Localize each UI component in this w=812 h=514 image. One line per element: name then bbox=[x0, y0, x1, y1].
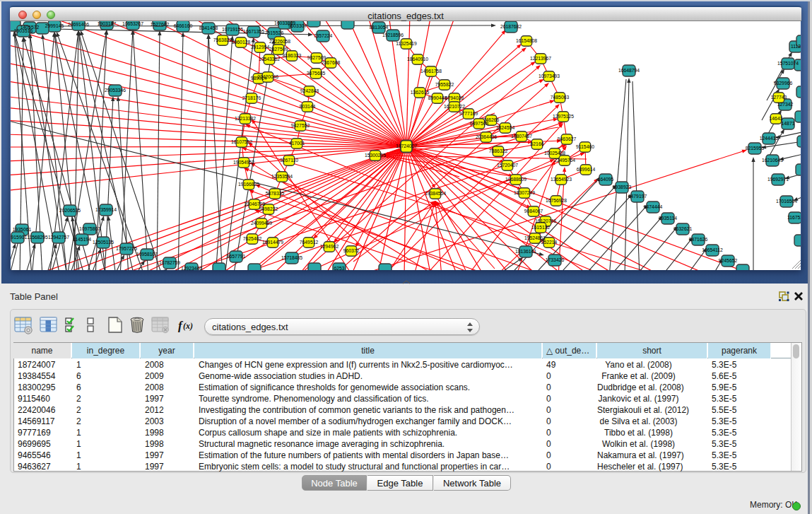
svg-text:10653267: 10653267 bbox=[122, 21, 143, 26]
svg-text:960372: 960372 bbox=[343, 248, 360, 253]
svg-text:6253: 6253 bbox=[334, 266, 344, 270]
svg-text:29053346: 29053346 bbox=[105, 88, 126, 93]
svg-text:16782759: 16782759 bbox=[159, 260, 180, 265]
svg-text:9245652: 9245652 bbox=[719, 258, 738, 263]
svg-text:1935061: 1935061 bbox=[13, 227, 32, 232]
svg-text:9427552: 9427552 bbox=[291, 123, 310, 128]
svg-text:18724007: 18724007 bbox=[396, 144, 417, 148]
svg-text:1527602: 1527602 bbox=[151, 22, 170, 27]
svg-text:3824554: 3824554 bbox=[496, 125, 515, 130]
svg-text:10046798: 10046798 bbox=[244, 201, 265, 206]
svg-text:20364436: 20364436 bbox=[476, 134, 497, 139]
svg-text:2718176: 2718176 bbox=[242, 95, 261, 100]
svg-text:9463627: 9463627 bbox=[558, 136, 577, 141]
svg-text:7485063: 7485063 bbox=[551, 95, 570, 100]
svg-text:1145194: 1145194 bbox=[73, 237, 91, 242]
svg-text:2367608: 2367608 bbox=[322, 60, 341, 65]
svg-text:6466160: 6466160 bbox=[174, 23, 193, 28]
svg-text:2827509: 2827509 bbox=[269, 47, 288, 52]
svg-text:12213967: 12213967 bbox=[530, 56, 551, 61]
svg-text:3912954: 3912954 bbox=[251, 45, 270, 49]
svg-text:16120746: 16120746 bbox=[535, 218, 556, 223]
svg-text:252214: 252214 bbox=[541, 240, 558, 245]
svg-text:7625402: 7625402 bbox=[243, 236, 262, 241]
svg-text:8471626: 8471626 bbox=[689, 237, 708, 242]
svg-text:24099489: 24099489 bbox=[251, 221, 272, 226]
svg-text:1615132: 1615132 bbox=[531, 225, 551, 230]
svg-text:8341458: 8341458 bbox=[199, 25, 218, 30]
svg-text:16671355: 16671355 bbox=[243, 29, 264, 34]
svg-text:17957225: 17957225 bbox=[116, 246, 137, 251]
svg-text:9115460: 9115460 bbox=[576, 144, 594, 149]
svg-text:9474444: 9474444 bbox=[644, 204, 663, 209]
svg-text:10973493: 10973493 bbox=[539, 74, 560, 78]
svg-text:1112: 1112 bbox=[791, 44, 801, 49]
svg-text:1733426: 1733426 bbox=[546, 257, 565, 262]
svg-text:1244415: 1244415 bbox=[760, 136, 779, 141]
svg-text:127743: 127743 bbox=[771, 95, 787, 100]
svg-text:2999145: 2999145 bbox=[45, 23, 64, 28]
svg-text:17016504: 17016504 bbox=[776, 199, 797, 204]
svg-text:14643: 14643 bbox=[770, 116, 783, 121]
svg-text:12975125: 12975125 bbox=[553, 114, 574, 119]
svg-text:417001: 417001 bbox=[289, 141, 305, 146]
svg-text:19692971: 19692971 bbox=[767, 177, 789, 182]
svg-text:16154808: 16154808 bbox=[516, 38, 537, 43]
svg-text:9498222: 9498222 bbox=[259, 206, 278, 211]
svg-text:9777169: 9777169 bbox=[459, 111, 478, 116]
svg-text:8960128: 8960128 bbox=[232, 40, 251, 45]
svg-text:5938923: 5938923 bbox=[613, 185, 632, 189]
svg-text:22420046: 22420046 bbox=[257, 74, 278, 79]
svg-text:18136141: 18136141 bbox=[515, 249, 536, 254]
svg-text:8813054: 8813054 bbox=[370, 25, 389, 30]
svg-text:15718485: 15718485 bbox=[281, 255, 302, 260]
svg-text:10958107: 10958107 bbox=[136, 252, 158, 257]
svg-text:10654112: 10654112 bbox=[702, 247, 723, 252]
svg-text:17359914: 17359914 bbox=[95, 207, 117, 212]
svg-text:23495764: 23495764 bbox=[554, 158, 575, 163]
svg-text:7563822: 7563822 bbox=[213, 37, 233, 42]
svg-text:10543362: 10543362 bbox=[259, 57, 280, 62]
svg-text:12942757: 12942757 bbox=[48, 235, 69, 240]
svg-text:9327509: 9327509 bbox=[307, 55, 326, 60]
svg-text:19166825: 19166825 bbox=[238, 182, 259, 187]
svg-text:15300295: 15300295 bbox=[365, 153, 386, 158]
svg-text:6899614: 6899614 bbox=[577, 167, 596, 172]
svg-text:10975867: 10975867 bbox=[79, 226, 100, 231]
svg-text:14871: 14871 bbox=[782, 121, 795, 126]
svg-text:62166: 62166 bbox=[531, 141, 544, 146]
svg-text:16914479: 16914479 bbox=[262, 240, 283, 245]
svg-text:18307249: 18307249 bbox=[514, 190, 535, 195]
svg-text:10719155: 10719155 bbox=[222, 27, 243, 32]
svg-text:7632621: 7632621 bbox=[673, 226, 693, 231]
svg-text:7649512: 7649512 bbox=[300, 240, 319, 245]
svg-text:1362615: 1362615 bbox=[411, 90, 430, 95]
svg-text:1903187: 1903187 bbox=[98, 21, 117, 26]
svg-text:3267110: 3267110 bbox=[280, 158, 298, 163]
svg-text:7886322: 7886322 bbox=[489, 148, 508, 153]
svg-text:12213382: 12213382 bbox=[235, 116, 256, 121]
svg-text:16210722: 16210722 bbox=[444, 104, 465, 109]
svg-text:11568295: 11568295 bbox=[27, 235, 48, 240]
svg-text:164095: 164095 bbox=[598, 177, 614, 182]
svg-text:14961758: 14961758 bbox=[420, 69, 442, 74]
svg-text:20691406: 20691406 bbox=[68, 22, 89, 27]
svg-text:116753: 116753 bbox=[787, 215, 801, 220]
svg-text:10807487: 10807487 bbox=[511, 134, 532, 139]
svg-text:19218596: 19218596 bbox=[382, 33, 404, 37]
svg-text:1294962: 1294962 bbox=[320, 244, 339, 249]
svg-text:26187682: 26187682 bbox=[500, 24, 522, 29]
svg-text:6794028: 6794028 bbox=[445, 95, 464, 100]
svg-text:20206535: 20206535 bbox=[59, 208, 81, 213]
svg-text:16756928: 16756928 bbox=[546, 198, 567, 203]
svg-text:8215955: 8215955 bbox=[746, 146, 765, 151]
svg-text:10025438: 10025438 bbox=[544, 151, 565, 156]
svg-text:19054952: 19054952 bbox=[233, 160, 254, 165]
svg-text:803144: 803144 bbox=[300, 104, 316, 109]
svg-text:9657791: 9657791 bbox=[227, 254, 246, 259]
svg-text:16107552: 16107552 bbox=[231, 139, 252, 144]
svg-text:16648794: 16648794 bbox=[618, 68, 640, 73]
svg-text:1903516: 1903516 bbox=[14, 28, 33, 33]
svg-text:127342: 127342 bbox=[777, 102, 794, 107]
svg-text:23226058: 23226058 bbox=[269, 39, 290, 44]
